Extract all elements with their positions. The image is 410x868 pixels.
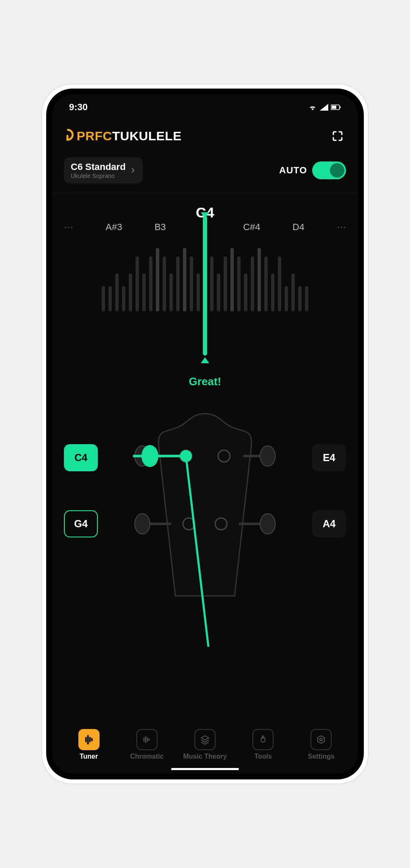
scale-far-right: D4 [293,222,305,233]
svg-point-16 [141,445,158,467]
indicator-up-icon [201,357,209,363]
app-header: PRFCTUKULELE [52,120,358,152]
tuning-name: C6 Standard [71,161,126,172]
headstock-graphic [120,409,290,647]
svg-point-19 [87,743,89,745]
string-label: C4 [75,452,88,464]
svg-point-20 [320,738,322,741]
fullscreen-icon [331,130,344,142]
fullscreen-button[interactable] [329,128,346,145]
indicator-down-icon [201,212,209,218]
chevron-right-icon [130,167,136,173]
meter-ticks [64,235,346,312]
wifi-icon [308,104,317,111]
toggle-knob [330,163,344,178]
layers-icon [200,734,210,745]
logo-text-prfc: PRFC [77,129,112,143]
logo-text-rest: TUKULELE [112,129,182,143]
nav-label: Chromatic [130,753,163,760]
string-label: E4 [323,452,335,464]
nav-tools[interactable]: Tools [238,729,288,760]
app-logo: PRFCTUKULELE [64,129,182,144]
feedback-text: Great! [189,375,222,388]
string-label: A4 [323,518,336,530]
nav-label: Music Theory [183,753,227,760]
string-button-e4[interactable]: E4 [312,444,346,471]
meter-needle [203,216,207,356]
scale-far-left: A#3 [105,222,122,233]
svg-rect-2 [340,106,341,108]
tuning-subtitle: Ukulele Soprano [71,172,126,179]
scale-ellipsis-right: ⋯ [337,222,346,233]
string-button-g4[interactable]: G4 [64,510,98,537]
scale-right: C#4 [243,222,260,233]
settings-icon [316,734,326,745]
string-button-c4[interactable]: C4 [64,444,98,471]
battery-icon [331,104,341,110]
status-bar: 9:30 [52,95,358,120]
svg-rect-1 [332,106,336,108]
bottom-nav: Tuner Chromatic Music Theory Tools Setti… [52,723,358,765]
logo-mark-icon [64,129,76,144]
nav-settings[interactable]: Settings [296,729,346,760]
tuning-selector-row: C6 Standard Ukulele Soprano AUTO [52,152,358,193]
auto-toggle[interactable] [312,161,346,179]
clock: 9:30 [69,102,88,113]
headstock: C4 G4 E4 A4 [52,409,358,723]
nav-label: Tuner [80,753,98,760]
tuning-selector[interactable]: C6 Standard Ukulele Soprano [64,157,143,184]
nav-label: Settings [308,753,335,760]
chromatic-icon [142,734,152,745]
nav-chromatic[interactable]: Chromatic [122,729,172,760]
svg-point-8 [135,514,150,534]
string-button-a4[interactable]: A4 [312,510,346,537]
auto-label: AUTO [279,165,307,176]
svg-point-10 [260,514,275,534]
tuning-meter: C4 ⋯ A#3 B3 C#4 D4 ⋯ [52,193,358,392]
svg-point-9 [260,446,275,466]
nav-label: Tools [254,753,271,760]
nav-music-theory[interactable]: Music Theory [180,729,230,760]
scale-ellipsis-left: ⋯ [64,222,73,233]
tuner-icon [83,734,95,746]
string-label: G4 [74,518,88,530]
tools-icon [258,734,268,745]
signal-icon [320,104,328,111]
home-indicator[interactable] [171,768,239,770]
scale-left: B3 [155,222,166,233]
nav-tuner[interactable]: Tuner [64,729,114,760]
